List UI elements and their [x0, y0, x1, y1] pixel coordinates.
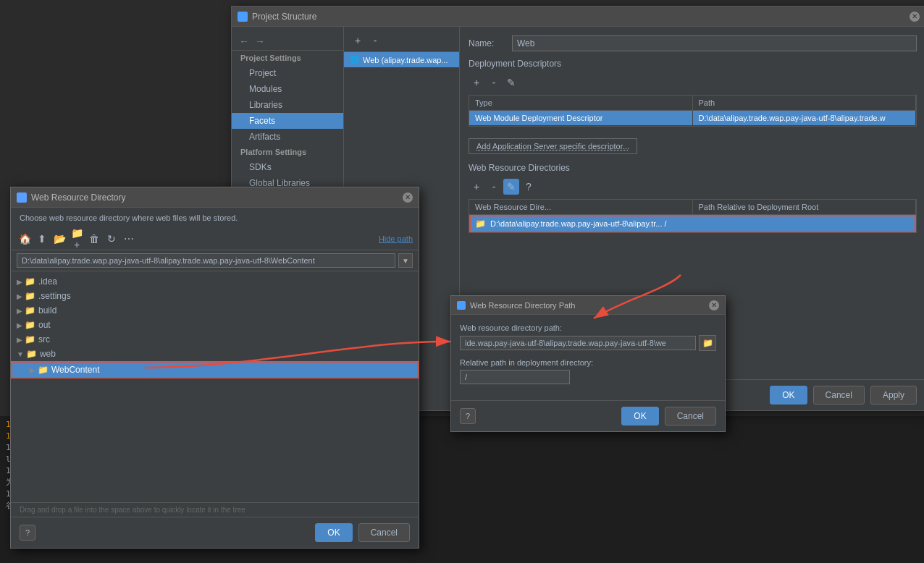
wrdp-path-input[interactable]: [460, 336, 696, 350]
refresh-btn[interactable]: ↻: [104, 231, 119, 247]
wrd-table-header: Web Resource Dire... Path Relative to De…: [469, 199, 917, 214]
add-wrd-btn[interactable]: +: [469, 179, 484, 195]
tree-label: build: [38, 305, 56, 316]
module-label: Web (alipay.trade.wap...: [363, 56, 448, 64]
new-folder-btn[interactable]: 📁+: [69, 231, 85, 247]
nav-artifacts[interactable]: Artifacts: [232, 129, 343, 145]
tree-item-out[interactable]: ▶ 📁 out: [11, 318, 419, 332]
wrd-cancel-button[interactable]: Cancel: [358, 523, 410, 542]
wrd-icon: [17, 192, 27, 203]
wrdp-path-row: Web resource directory path: 📁: [460, 323, 716, 351]
wrdp-title-text: Web Resource Directory Path: [470, 301, 575, 310]
remove-wrd-btn[interactable]: -: [486, 179, 502, 195]
add-module-btn[interactable]: +: [350, 33, 366, 48]
wrd-help-button[interactable]: ?: [20, 525, 35, 541]
home-btn[interactable]: 🏠: [17, 231, 33, 247]
path-input-row: ▼: [11, 250, 419, 271]
nav-sdks[interactable]: SDKs: [232, 159, 343, 175]
nav-libraries[interactable]: Libraries: [232, 97, 343, 113]
nav-facets[interactable]: Facets: [232, 113, 343, 129]
folder-icon: 📁: [25, 276, 35, 287]
help-wrd-btn[interactable]: ?: [521, 179, 537, 195]
delete-btn[interactable]: 🗑: [86, 231, 102, 247]
tree-item-idea[interactable]: ▶ 📁 .idea: [11, 274, 419, 289]
platform-settings-header: Platform Settings: [232, 145, 343, 159]
name-label: Name:: [469, 38, 512, 48]
wrd-col-path: Web Resource Dire...: [469, 200, 693, 214]
wrdp-close-button[interactable]: ✕: [709, 300, 719, 310]
folder-icon: 📁: [26, 349, 37, 359]
wrd-title-text: Web Resource Directory: [31, 192, 126, 203]
wrd-toolbar: 🏠 ⬆ 📂 📁+ 🗑 ↻ ⋯ Hide path: [11, 228, 419, 250]
wrd-ok-button[interactable]: OK: [315, 523, 352, 542]
tree-item-build[interactable]: ▶ 📁 build: [11, 303, 419, 318]
wrd-col-relpath: Path Relative to Deployment Root: [693, 200, 917, 214]
folder-up-btn[interactable]: ⬆: [34, 231, 50, 247]
tree-item-webcontent[interactable]: ▶ 📁 WebContent: [11, 361, 419, 378]
tree-container: ▶ 📁 .idea ▶ 📁 .settings ▶ 📁 build ▶ 📁 ou…: [11, 271, 419, 502]
nav-project[interactable]: Project: [232, 65, 343, 81]
module-toolbar: + -: [344, 30, 459, 52]
wrd-dialog-titlebar: Web Resource Directory ✕: [11, 187, 419, 208]
table-row[interactable]: Web Module Deployment Descriptor D:\data…: [469, 111, 916, 126]
wrd-table-body: 📁 D:\data\alipay.trade.wap.pay-java-utf-…: [469, 214, 917, 233]
collapse-arrow: ▶: [30, 366, 35, 374]
apply-button[interactable]: Apply: [870, 386, 917, 405]
more-btn[interactable]: ⋯: [121, 231, 137, 247]
wrdp-ok-button[interactable]: OK: [621, 407, 658, 426]
path-input[interactable]: [17, 253, 395, 268]
collapse-arrow: ▶: [17, 307, 22, 315]
wrdp-relative-row: Relative path in deployment directory:: [460, 358, 716, 384]
hide-path-button[interactable]: Hide path: [379, 234, 413, 243]
module-item-web[interactable]: 🌐 Web (alipay.trade.wap...: [344, 52, 459, 67]
wrd-dialog-title: Web Resource Directory: [17, 192, 126, 203]
wrd-path-dialog: Web Resource Directory Path ✕ Web resour…: [450, 295, 726, 432]
cancel-button[interactable]: Cancel: [813, 386, 865, 405]
back-arrow[interactable]: ←: [238, 35, 251, 47]
wrd-row-path: D:\data\alipay.trade.wap.pay-java-utf-8\…: [490, 219, 910, 228]
close-button[interactable]: ✕: [910, 12, 920, 22]
tree-label: .settings: [38, 291, 71, 301]
folder-open-btn[interactable]: 📂: [51, 231, 67, 247]
remove-module-btn[interactable]: -: [367, 33, 383, 48]
add-dd-btn[interactable]: +: [469, 75, 484, 90]
nav-arrows: ← →: [232, 33, 343, 51]
remove-dd-btn[interactable]: -: [486, 75, 502, 90]
dd-row-type: Web Module Deployment Descriptor: [469, 111, 693, 125]
wrdp-cancel-button[interactable]: Cancel: [665, 407, 716, 426]
wrdp-relative-input[interactable]: [460, 370, 570, 384]
wrdp-browse-button[interactable]: 📁: [699, 335, 716, 351]
add-server-btn[interactable]: Add Application Server specific descript…: [469, 138, 637, 154]
tree-item-settings[interactable]: ▶ 📁 .settings: [11, 289, 419, 303]
path-dropdown-btn[interactable]: ▼: [398, 253, 413, 268]
deployment-descriptors-title: Deployment Descriptors: [469, 59, 917, 69]
wrd-table-row[interactable]: 📁 D:\data\alipay.trade.wap.pay-java-utf-…: [469, 215, 916, 232]
project-settings-header: Project Settings: [232, 51, 343, 65]
nav-modules[interactable]: Modules: [232, 81, 343, 97]
ok-button[interactable]: OK: [770, 386, 807, 405]
dd-col-path: Path: [693, 96, 917, 110]
wrd-toolbar-left: 🏠 ⬆ 📂 📁+ 🗑 ↻ ⋯: [17, 231, 137, 247]
wrdp-input-row: 📁: [460, 335, 716, 351]
tree-label: out: [38, 320, 51, 330]
forward-arrow[interactable]: →: [253, 35, 266, 47]
wrdp-help-button[interactable]: ?: [460, 408, 476, 424]
folder-icon: 📁: [475, 219, 486, 229]
tree-label: src: [38, 334, 50, 344]
folder-icon: 📁: [38, 365, 49, 375]
wrd-close-button[interactable]: ✕: [403, 192, 413, 203]
dd-table-body: Web Module Deployment Descriptor D:\data…: [469, 110, 917, 127]
name-input[interactable]: [512, 35, 917, 51]
edit-dd-btn[interactable]: ✎: [503, 75, 519, 90]
edit-wrd-btn[interactable]: ✎: [503, 179, 519, 195]
tree-label: web: [40, 349, 56, 359]
wrd-description: Choose web resource directory where web …: [11, 208, 419, 228]
collapse-arrow: ▶: [17, 292, 22, 300]
dialog-title-text: Project Structure: [252, 12, 316, 22]
tree-item-web[interactable]: ▼ 📁 web: [11, 347, 419, 361]
tree-item-src[interactable]: ▶ 📁 src: [11, 332, 419, 347]
wrdp-path-label: Web resource directory path:: [460, 323, 716, 332]
wrdp-icon: [457, 301, 466, 310]
dd-col-type: Type: [469, 96, 693, 110]
web-resource-directory-dialog: Web Resource Directory ✕ Choose web reso…: [10, 187, 419, 549]
